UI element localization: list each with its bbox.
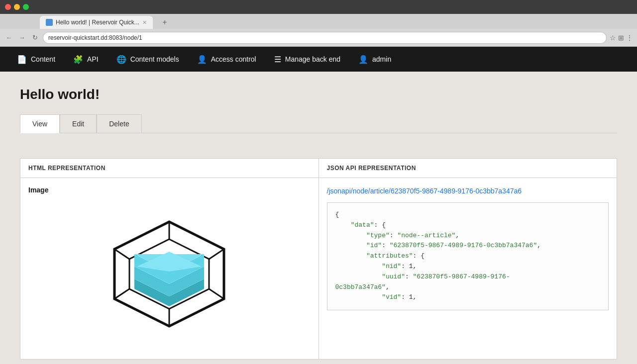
- page-title: Hello world!: [20, 87, 617, 102]
- tab-title: Hello world! | Reservoir Quick...: [56, 19, 139, 26]
- main-area: HTML REPRESENTATION JSON API REPRESENTAT…: [0, 143, 637, 364]
- nav-manage-back-end-label: Manage back end: [285, 55, 340, 63]
- address-text: reservoir-quickstart.dd:8083/node/1: [48, 34, 142, 41]
- svg-line-5: [209, 289, 224, 299]
- tab-view[interactable]: View: [20, 114, 60, 133]
- browser-toolbar: ← → ↻ reservoir-quickstart.dd:8083/node/…: [0, 29, 637, 47]
- nav-item-admin[interactable]: 👤 admin: [349, 47, 400, 72]
- refresh-button[interactable]: ↻: [30, 33, 40, 43]
- nav-content-label: Content: [31, 55, 55, 63]
- json-representation-header: JSON API REPRESENTATION: [318, 159, 617, 178]
- json-representation-cell: /jsonapi/node/article/623870f5-9867-4989…: [318, 178, 617, 360]
- content-models-icon: 🌐: [116, 55, 126, 64]
- svg-line-3: [209, 249, 224, 259]
- page-header: Hello world! View Edit Delete: [0, 72, 637, 143]
- new-tab-button[interactable]: +: [155, 16, 175, 29]
- json-api-link[interactable]: /jsonapi/node/article/623870f5-9867-4989…: [327, 186, 609, 196]
- content-icon: 📄: [17, 55, 27, 64]
- menu-icon[interactable]: ⋮: [626, 34, 633, 42]
- svg-line-4: [114, 289, 129, 299]
- html-representation-cell: Image: [20, 178, 319, 360]
- tab-bar: Hello world! | Reservoir Quick... ✕ +: [0, 14, 637, 29]
- reservoir-svg-icon: [90, 212, 249, 341]
- nav-item-api[interactable]: 🧩 API: [64, 47, 107, 72]
- tab-edit[interactable]: Edit: [60, 114, 97, 133]
- admin-icon: 👤: [358, 55, 368, 64]
- window-minimize-button[interactable]: [14, 4, 20, 10]
- nav-content-models-label: Content models: [130, 55, 179, 63]
- reservoir-icon-area: [28, 202, 311, 351]
- browser-tab-active[interactable]: Hello world! | Reservoir Quick... ✕: [40, 16, 153, 29]
- tab-favicon: [46, 19, 53, 26]
- svg-line-2: [114, 249, 129, 259]
- toolbar-icons: ☆ ⊞ ⋮: [610, 34, 633, 42]
- nav-item-content-models[interactable]: 🌐 Content models: [107, 47, 188, 72]
- representation-table: HTML REPRESENTATION JSON API REPRESENTAT…: [20, 158, 617, 360]
- window-maximize-button[interactable]: [23, 4, 29, 10]
- nav-item-access-control[interactable]: 👤 Access control: [188, 47, 265, 72]
- back-button[interactable]: ←: [4, 33, 14, 43]
- nav-access-control-label: Access control: [211, 55, 256, 63]
- main-nav: 📄 Content 🧩 API 🌐 Content models 👤 Acces…: [0, 47, 637, 72]
- api-icon: 🧩: [73, 55, 83, 64]
- tabs-row: View Edit Delete: [20, 114, 617, 133]
- json-code-block: { "data": { "type": "node--article", "id…: [327, 202, 609, 310]
- access-control-icon: 👤: [197, 55, 207, 64]
- forward-button[interactable]: →: [17, 33, 27, 43]
- nav-api-label: API: [87, 55, 99, 63]
- nav-item-content[interactable]: 📄 Content: [8, 47, 64, 72]
- window-close-button[interactable]: [5, 4, 11, 10]
- html-representation-header: HTML REPRESENTATION: [20, 159, 319, 178]
- manage-back-end-icon: ☰: [274, 55, 281, 64]
- image-label: Image: [28, 186, 311, 194]
- nav-item-manage-back-end[interactable]: ☰ Manage back end: [265, 47, 349, 72]
- browser-chrome: [0, 0, 637, 14]
- nav-admin-label: admin: [372, 55, 391, 63]
- extensions-icon[interactable]: ⊞: [618, 34, 624, 42]
- address-bar[interactable]: reservoir-quickstart.dd:8083/node/1: [43, 32, 607, 44]
- tab-close-button[interactable]: ✕: [142, 19, 147, 26]
- bookmarks-icon[interactable]: ☆: [610, 34, 616, 42]
- tab-delete[interactable]: Delete: [97, 114, 141, 133]
